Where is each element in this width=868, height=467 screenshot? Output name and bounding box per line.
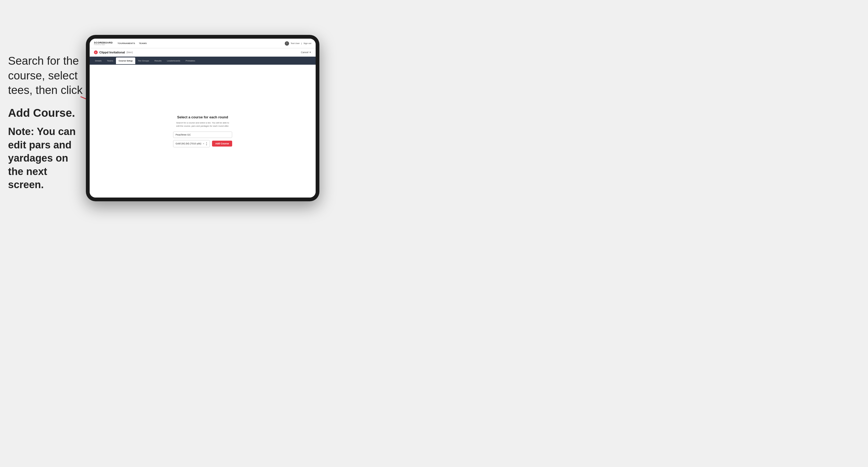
nav-divider: | <box>302 42 302 44</box>
select-course-title: Select a course for each round <box>177 115 228 119</box>
tournament-title-area: C Clippd Invitational (Men) <box>94 51 133 54</box>
nav-left: SCOREBOARD Powered by clippd TOURNAMENTS… <box>94 41 147 45</box>
tee-clear-icon[interactable]: ✕ <box>203 143 205 145</box>
cancel-button[interactable]: Cancel ✕ <box>301 51 311 54</box>
tee-select-row: Gold (M) (M) (7010 yds) ✕ ▲ ▼ Add Course <box>173 140 232 147</box>
tournament-icon: C <box>94 51 98 54</box>
tee-down-icon[interactable]: ▼ <box>206 144 208 146</box>
tee-select-wrapper[interactable]: Gold (M) (M) (7010 yds) ✕ ▲ ▼ <box>173 140 210 147</box>
user-avatar: T <box>285 41 289 45</box>
sign-out-link[interactable]: Sign out <box>304 42 311 44</box>
tab-tee-groups[interactable]: Tee Groups <box>135 57 152 64</box>
user-label: Test User <box>291 42 300 44</box>
nav-links: TOURNAMENTS TEAMS <box>118 42 147 44</box>
tablet-frame: SCOREBOARD Powered by clippd TOURNAMENTS… <box>86 35 319 201</box>
tab-course-setup[interactable]: Course Setup <box>116 57 135 64</box>
nav-tournaments[interactable]: TOURNAMENTS <box>118 42 135 44</box>
tab-bar: Details Teams Course Setup Tee Groups Re… <box>90 57 316 65</box>
main-content: Select a course for each round Search fo… <box>90 65 316 197</box>
tab-results[interactable]: Results <box>152 57 164 64</box>
nav-right: T Test User | Sign out <box>285 41 311 45</box>
annotation-note: Note: You can edit pars and yardages on … <box>8 125 83 191</box>
tab-teams[interactable]: Teams <box>104 57 116 64</box>
top-navbar: SCOREBOARD Powered by clippd TOURNAMENTS… <box>90 39 316 48</box>
tee-up-icon[interactable]: ▲ <box>206 142 208 144</box>
tee-select-controls: ▲ ▼ <box>206 142 208 146</box>
tournament-header: C Clippd Invitational (Men) Cancel ✕ <box>90 48 316 57</box>
nav-teams[interactable]: TEAMS <box>139 42 147 44</box>
annotation-text-2: Add Course. <box>8 106 83 121</box>
cancel-label: Cancel <box>301 51 308 54</box>
annotation-text-1: Search for the course, select tees, then… <box>8 54 83 98</box>
select-course-desc: Search for a course and select a tee. Yo… <box>176 121 229 128</box>
add-course-button[interactable]: Add Course <box>212 141 232 147</box>
tab-details[interactable]: Details <box>92 57 104 64</box>
tablet-screen: SCOREBOARD Powered by clippd TOURNAMENTS… <box>90 39 316 197</box>
tournament-gender: (Men) <box>126 51 133 54</box>
tab-printables[interactable]: Printables <box>183 57 198 64</box>
logo-powered: Powered by clippd <box>94 44 113 45</box>
left-annotation: Search for the course, select tees, then… <box>8 54 83 191</box>
course-search-input[interactable] <box>173 131 232 138</box>
cancel-icon: ✕ <box>309 51 311 54</box>
tee-select-text: Gold (M) (M) (7010 yds) <box>176 142 203 145</box>
tournament-name: Clippd Invitational <box>99 51 125 54</box>
tab-leaderboards[interactable]: Leaderboards <box>164 57 183 64</box>
logo-area: SCOREBOARD Powered by clippd <box>94 41 113 45</box>
